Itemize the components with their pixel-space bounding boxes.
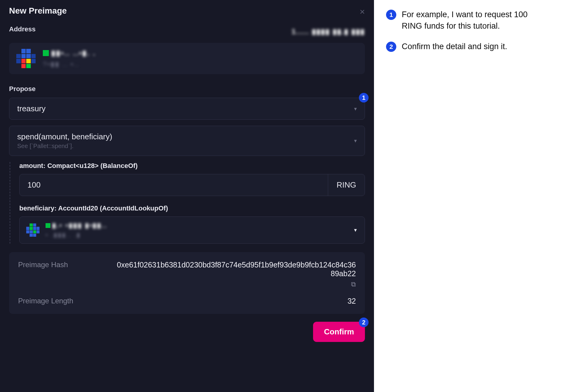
- annotation-badge-2: 2: [359, 318, 369, 327]
- confirm-row: Confirm 2: [9, 322, 365, 342]
- online-status-icon: [46, 223, 50, 228]
- pallet-value: treasury: [17, 104, 46, 113]
- instruction-1: 1 For example, I want to request 100 RIN…: [386, 9, 555, 32]
- instruction-badge: 2: [386, 42, 396, 52]
- identicon-icon: [26, 223, 40, 237]
- beneficiary-select[interactable]: ▮.• •▮▮▮ ▮•▮▮.. • .▮▮▮.. .▮ ▾: [19, 217, 365, 244]
- address-name-blur: ▮▮•.. ..•▮. .: [51, 49, 96, 57]
- instruction-text: Confirm the detail and sign it.: [402, 41, 507, 52]
- preimage-hash-value: 0xe61f02631b6381d0230bd3f87c74e5d95f1b9e…: [115, 261, 356, 278]
- method-select[interactable]: spend(amount, beneficiary) See [`Pallet:…: [9, 126, 365, 156]
- beneficiary-name-blur: ▮.• •▮▮▮ ▮•▮▮..: [52, 222, 107, 229]
- annotation-badge-1: 1: [359, 93, 369, 103]
- chevron-down-icon: ▾: [354, 138, 357, 144]
- address-name-row: ▮▮•.. ..•▮. .: [43, 49, 96, 57]
- beneficiary-sub-blur: • .▮▮▮.. .▮: [46, 231, 107, 239]
- address-lines: ▮▮•.. ..•▮. . ?•▮▮ .. •..: [43, 49, 96, 68]
- amount-input-row: RING: [19, 174, 365, 196]
- instruction-text: For example, I want to request 100 RING …: [402, 9, 534, 32]
- preimage-length-label: Preimage Length: [18, 297, 103, 305]
- beneficiary-lines: ▮.• •▮▮▮ ▮•▮▮.. • .▮▮▮.. .▮: [46, 222, 107, 239]
- instructions-panel: 1 For example, I want to request 100 RIN…: [374, 0, 567, 392]
- beneficiary-name-row: ▮.• •▮▮▮ ▮•▮▮..: [46, 222, 107, 229]
- amount-unit: RING: [328, 174, 365, 196]
- preimage-modal: × New Preimage Address 1..... ▮▮▮▮ ▮▮.▮ …: [0, 0, 374, 392]
- address-sub-blur: ?•▮▮ .. •..: [43, 60, 96, 68]
- amount-input[interactable]: [20, 174, 328, 196]
- close-icon[interactable]: ×: [360, 7, 365, 16]
- preimage-hash-label: Preimage Hash: [18, 261, 103, 269]
- chevron-down-icon: ▾: [354, 106, 357, 112]
- instruction-2: 2 Confirm the detail and sign it.: [386, 41, 555, 52]
- address-label: Address: [9, 25, 36, 33]
- preimage-length-value: 32: [115, 297, 356, 305]
- amount-label: amount: Compact<u128> (BalanceOf): [19, 162, 365, 170]
- identicon-icon: [16, 49, 36, 68]
- copy-icon[interactable]: ⧉: [115, 280, 356, 288]
- pallet-select[interactable]: treasury ▾: [9, 98, 365, 120]
- confirm-label: Confirm: [324, 327, 354, 336]
- chevron-down-icon: ▾: [354, 227, 357, 233]
- propose-section: 1 treasury ▾ spend(amount, beneficiary) …: [9, 98, 365, 244]
- hash-card: Preimage Hash 0xe61f02631b6381d0230bd3f8…: [9, 252, 365, 314]
- modal-title: New Preimage: [9, 6, 365, 16]
- method-value: spend(amount, beneficiary): [17, 132, 112, 141]
- address-summary-blur: 1..... ▮▮▮▮ ▮▮.▮ ▮▮▮: [292, 27, 365, 36]
- address-header-row: Address 1..... ▮▮▮▮ ▮▮.▮ ▮▮▮: [9, 25, 365, 38]
- online-status-icon: [43, 50, 49, 56]
- selected-address-card[interactable]: ▮▮•.. ..•▮. . ?•▮▮ .. •..: [9, 43, 365, 74]
- instruction-badge: 1: [386, 10, 396, 20]
- beneficiary-label: beneficiary: AccountId20 (AccountIdLooku…: [19, 204, 365, 212]
- confirm-button[interactable]: Confirm 2: [313, 322, 365, 342]
- propose-label: Propose: [9, 85, 365, 93]
- method-description: See [`Pallet::spend`].: [17, 143, 74, 150]
- params-block: amount: Compact<u128> (BalanceOf) RING b…: [10, 162, 365, 244]
